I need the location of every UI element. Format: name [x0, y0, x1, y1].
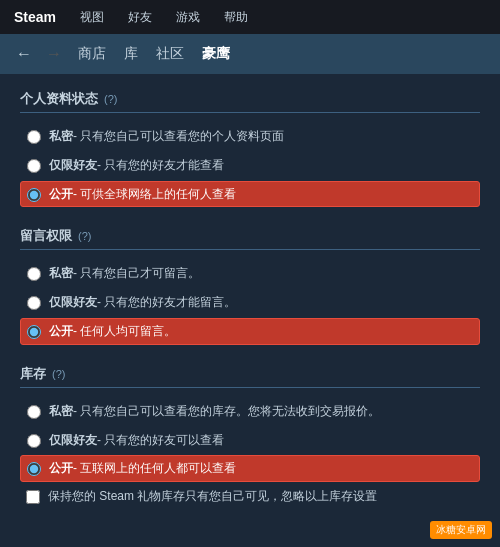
profile-status-section: 个人资料状态 (?) 私密- 只有您自己可以查看您的个人资料页面 仅限好友- 只…	[20, 90, 480, 207]
nav-library[interactable]: 库	[118, 41, 144, 67]
keep-gifts-private-checkbox[interactable]	[26, 490, 40, 504]
inventory-private-radio[interactable]	[27, 405, 41, 419]
inventory-private-option[interactable]: 私密- 只有您自己可以查看您的库存。您将无法收到交易报价。	[20, 398, 480, 425]
back-button[interactable]: ←	[12, 43, 36, 65]
profile-private-option[interactable]: 私密- 只有您自己可以查看您的个人资料页面	[20, 123, 480, 150]
menu-friends[interactable]: 好友	[122, 5, 158, 30]
inventory-public-option[interactable]: 公开- 互联网上的任何人都可以查看	[20, 455, 480, 482]
nav-community[interactable]: 社区	[150, 41, 190, 67]
profile-public-label: 公开- 可供全球网络上的任何人查看	[49, 186, 236, 203]
keep-gifts-private-label: 保持您的 Steam 礼物库存只有您自己可见，忽略以上库存设置	[48, 488, 377, 505]
comment-private-radio[interactable]	[27, 267, 41, 281]
forward-button[interactable]: →	[42, 43, 66, 65]
comment-permission-help[interactable]: (?)	[78, 230, 91, 242]
menu-bar: Steam 视图 好友 游戏 帮助	[0, 0, 500, 34]
menu-view[interactable]: 视图	[74, 5, 110, 30]
inventory-help[interactable]: (?)	[52, 368, 65, 380]
inventory-private-label: 私密- 只有您自己可以查看您的库存。您将无法收到交易报价。	[49, 403, 380, 420]
main-content: 个人资料状态 (?) 私密- 只有您自己可以查看您的个人资料页面 仅限好友- 只…	[0, 74, 500, 547]
menu-games[interactable]: 游戏	[170, 5, 206, 30]
comment-private-option[interactable]: 私密- 只有您自己才可留言。	[20, 260, 480, 287]
profile-private-radio[interactable]	[27, 130, 41, 144]
inventory-friends-option[interactable]: 仅限好友- 只有您的好友可以查看	[20, 427, 480, 454]
menu-help[interactable]: 帮助	[218, 5, 254, 30]
profile-public-radio[interactable]	[27, 188, 41, 202]
watermark: 冰糖安卓网	[430, 521, 492, 539]
comment-permission-section: 留言权限 (?) 私密- 只有您自己才可留言。 仅限好友- 只有您的好友才能留言…	[20, 227, 480, 344]
inventory-friends-label: 仅限好友- 只有您的好友可以查看	[49, 432, 224, 449]
inventory-public-radio[interactable]	[27, 462, 41, 476]
keep-gifts-private-option[interactable]: 保持您的 Steam 礼物库存只有您自己可见，忽略以上库存设置	[20, 484, 480, 509]
profile-friends-label: 仅限好友- 只有您的好友才能查看	[49, 157, 224, 174]
comment-friends-option[interactable]: 仅限好友- 只有您的好友才能留言。	[20, 289, 480, 316]
profile-private-label: 私密- 只有您自己可以查看您的个人资料页面	[49, 128, 284, 145]
steam-brand[interactable]: Steam	[8, 5, 62, 29]
inventory-title: 库存	[20, 365, 46, 383]
nav-bar: ← → 商店 库 社区 豪鹰	[0, 34, 500, 74]
comment-public-radio[interactable]	[27, 325, 41, 339]
inventory-section: 库存 (?) 私密- 只有您自己可以查看您的库存。您将无法收到交易报价。 仅限好…	[20, 365, 480, 509]
comment-public-label: 公开- 任何人均可留言。	[49, 323, 176, 340]
comment-public-option[interactable]: 公开- 任何人均可留言。	[20, 318, 480, 345]
profile-status-help[interactable]: (?)	[104, 93, 117, 105]
comment-permission-header: 留言权限 (?)	[20, 227, 480, 250]
inventory-header: 库存 (?)	[20, 365, 480, 388]
profile-status-title: 个人资料状态	[20, 90, 98, 108]
profile-friends-radio[interactable]	[27, 159, 41, 173]
profile-public-option[interactable]: 公开- 可供全球网络上的任何人查看	[20, 181, 480, 208]
profile-friends-option[interactable]: 仅限好友- 只有您的好友才能查看	[20, 152, 480, 179]
comment-private-label: 私密- 只有您自己才可留言。	[49, 265, 200, 282]
inventory-friends-radio[interactable]	[27, 434, 41, 448]
nav-store[interactable]: 商店	[72, 41, 112, 67]
profile-status-header: 个人资料状态 (?)	[20, 90, 480, 113]
comment-permission-title: 留言权限	[20, 227, 72, 245]
comment-friends-radio[interactable]	[27, 296, 41, 310]
inventory-public-label: 公开- 互联网上的任何人都可以查看	[49, 460, 236, 477]
comment-friends-label: 仅限好友- 只有您的好友才能留言。	[49, 294, 236, 311]
nav-active-page: 豪鹰	[196, 41, 236, 67]
